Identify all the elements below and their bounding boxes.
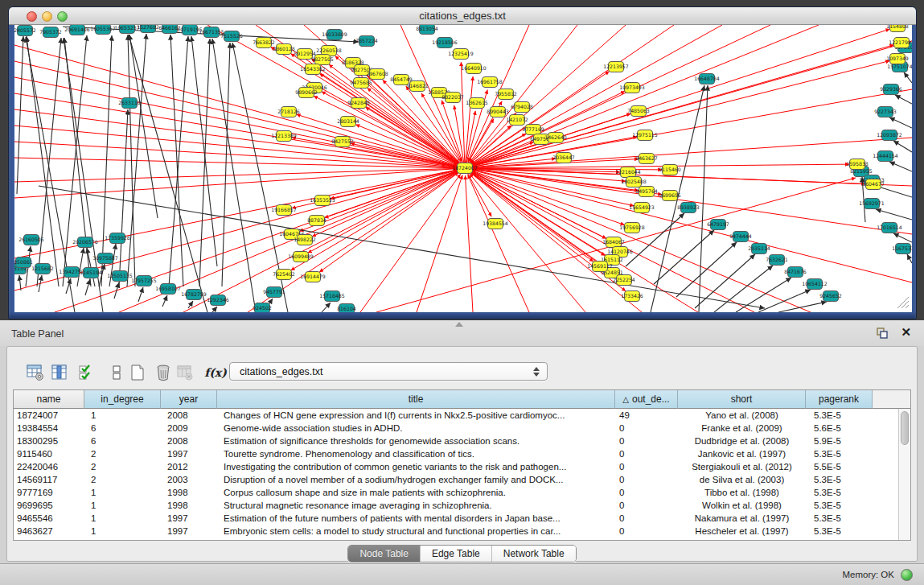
table-cell[interactable]: Tibbo et al. (1998) bbox=[678, 486, 806, 499]
table-cell[interactable]: 5.3E-5 bbox=[806, 512, 873, 525]
table-cell[interactable]: 22420046 bbox=[14, 460, 84, 473]
graph-node-teal[interactable]: 30975887 bbox=[92, 253, 118, 264]
graph-node-teal[interactable]: 12505135 bbox=[107, 271, 133, 282]
graph-node-yellow[interactable]: 9115460 bbox=[659, 165, 681, 175]
graph-node-teal[interactable]: 19218506 bbox=[432, 38, 458, 48]
table-cell[interactable]: Structural magnetic resonance image aver… bbox=[217, 499, 615, 512]
graph-node-yellow[interactable]: 9827505 bbox=[311, 55, 334, 65]
graph-node-yellow[interactable]: 1684067 bbox=[602, 237, 625, 248]
graph-node-teal[interactable]: 7515526 bbox=[220, 31, 243, 42]
graph-node-yellow[interactable]: 16543382 bbox=[300, 64, 326, 75]
table-cell[interactable]: Changes of HCN gene expression and I(f) … bbox=[217, 409, 615, 422]
graph-node-yellow[interactable]: 2718126 bbox=[277, 107, 300, 117]
table-cell[interactable]: 1 bbox=[84, 409, 161, 422]
graph-node-yellow[interactable]: 9463627 bbox=[635, 154, 658, 164]
table-cell[interactable]: 1997 bbox=[161, 447, 217, 460]
table-cell[interactable]: 6 bbox=[84, 422, 161, 435]
table-cell[interactable]: 1 bbox=[84, 525, 161, 538]
graph-node-yellow[interactable]: 1733426 bbox=[621, 291, 643, 302]
network-view-window[interactable]: citations_edges.txt 24055727905372206914… bbox=[8, 6, 917, 319]
graph-node-teal[interactable]: 15692971 bbox=[859, 199, 885, 209]
column-header-title[interactable]: title bbox=[217, 390, 615, 409]
graph-node-yellow[interactable]: 8495764 bbox=[635, 187, 658, 197]
graph-node-teal[interactable]: 6479197 bbox=[707, 220, 729, 230]
close-window-button[interactable] bbox=[27, 11, 37, 22]
graph-node-yellow[interactable]: 16914479 bbox=[300, 272, 326, 282]
graph-node-yellow[interactable]: 1154808 bbox=[886, 25, 909, 32]
graph-node-yellow[interactable]: 9242848 bbox=[347, 98, 370, 109]
table-cell[interactable]: 2 bbox=[84, 473, 161, 486]
table-cell[interactable]: Stergiakouli et al. (2012) bbox=[678, 460, 806, 473]
table-cell[interactable]: 0 bbox=[615, 525, 678, 538]
table-cell[interactable]: Estimation of the future numbers of pati… bbox=[217, 512, 615, 525]
table-cell[interactable]: 0 bbox=[615, 473, 678, 486]
table-cell[interactable]: Yano et al. (2008) bbox=[678, 409, 806, 422]
table-cell[interactable]: 0 bbox=[615, 499, 678, 512]
graph-node-teal[interactable]: 7857224 bbox=[355, 36, 378, 47]
graph-node-yellow[interactable]: 1498222 bbox=[294, 235, 316, 245]
table-cell[interactable]: Tourette syndrome. Phenomenology and cla… bbox=[217, 447, 615, 460]
table-row[interactable]: 946362711997Embryonic stem cells: a mode… bbox=[14, 525, 911, 538]
graph-node-teal[interactable]: 16958107 bbox=[155, 284, 181, 295]
table-cell[interactable]: 5.3E-5 bbox=[806, 409, 873, 422]
table-cell[interactable]: 5.3E-5 bbox=[806, 525, 873, 538]
show-columns-icon[interactable] bbox=[50, 362, 69, 382]
graph-node-yellow[interactable]: 1604677 bbox=[862, 179, 885, 190]
graph-node-yellow[interactable]: 9777169 bbox=[522, 125, 544, 135]
graph-node-yellow[interactable]: 2252254 bbox=[613, 275, 635, 286]
graph-node-yellow[interactable]: 2803144 bbox=[337, 117, 359, 127]
graph-node-yellow[interactable]: 1462640 bbox=[544, 133, 567, 143]
table-cell[interactable]: 2009 bbox=[161, 422, 217, 435]
graph-node-yellow[interactable]: 7663822 bbox=[253, 38, 275, 48]
column-header-name[interactable]: name bbox=[14, 390, 84, 409]
graph-node-yellow[interactable]: 19384554 bbox=[483, 219, 508, 229]
network-canvas[interactable]: 2405572790537220691406160553671065323715… bbox=[14, 25, 912, 312]
table-cell[interactable]: 1997 bbox=[161, 512, 217, 525]
table-row[interactable]: 1872400712008Changes of HCN gene express… bbox=[14, 409, 911, 422]
column-header-year[interactable]: year bbox=[161, 390, 217, 409]
table-cell[interactable]: 2012 bbox=[161, 460, 217, 473]
table-row[interactable]: 2242004622012Investigating the contribut… bbox=[14, 460, 911, 473]
graph-node-teal[interactable]: 816104 bbox=[337, 304, 356, 313]
graph-node-yellow[interactable]: 7955812 bbox=[495, 89, 517, 100]
graph-node-yellow[interactable]: 12975115 bbox=[632, 130, 658, 141]
graph-node-yellow[interactable]: 2967608 bbox=[366, 69, 388, 80]
graph-node-teal[interactable]: 2935114 bbox=[748, 244, 770, 254]
table-row[interactable]: 1456911722003Disruption of a novel membe… bbox=[14, 473, 911, 486]
graph-node-teal[interactable]: 16782759 bbox=[181, 290, 207, 300]
table-cell[interactable]: Disruption of a novel member of a sodium… bbox=[217, 473, 615, 486]
graph-node-teal[interactable]: 1167533 bbox=[892, 244, 912, 254]
graph-node-teal[interactable]: 924502 bbox=[253, 303, 272, 313]
graph-node-teal[interactable]: 17016514 bbox=[877, 223, 902, 233]
close-panel-icon[interactable]: ✕ bbox=[901, 326, 911, 339]
graph-node-yellow[interactable]: 16099489 bbox=[288, 252, 314, 262]
table-cell[interactable]: Jankovic et al. (1997) bbox=[678, 447, 806, 460]
table-cell[interactable]: 2 bbox=[84, 460, 161, 473]
table-cell[interactable]: 18724007 bbox=[14, 409, 84, 422]
table-cell[interactable]: 9465546 bbox=[14, 512, 84, 525]
table-cell[interactable]: 2008 bbox=[161, 435, 217, 447]
graph-node-yellow[interactable]: 9699695 bbox=[659, 191, 681, 201]
table-cell[interactable]: 5.3E-5 bbox=[806, 473, 873, 486]
table-cell[interactable]: Genome-wide association studies in ADHD. bbox=[217, 422, 615, 435]
graph-node-teal[interactable]: 1292346 bbox=[207, 295, 229, 306]
graph-node-yellow[interactable]: 887834 bbox=[307, 216, 326, 226]
table-row[interactable]: 977716911998Corpus callosum shape and si… bbox=[14, 486, 911, 499]
graph-node-yellow[interactable]: 9475685 bbox=[350, 78, 372, 89]
scrollbar-thumb[interactable] bbox=[901, 411, 909, 445]
graph-node-yellow[interactable]: 16961758 bbox=[477, 77, 503, 88]
graph-node-yellow[interactable]: 2036447 bbox=[552, 153, 575, 163]
graph-node-yellow[interactable]: 16640910 bbox=[461, 64, 487, 74]
graph-node-yellow[interactable]: 12216044 bbox=[615, 167, 641, 178]
graph-node-yellow[interactable]: 1595838 bbox=[846, 159, 869, 170]
graph-node-teal[interactable]: 8471676 bbox=[784, 267, 807, 278]
graph-node-teal[interactable]: 9245652 bbox=[819, 291, 842, 302]
unselect-all-columns-icon[interactable] bbox=[107, 362, 126, 382]
table-cell[interactable]: 1998 bbox=[161, 486, 217, 499]
new-column-icon[interactable] bbox=[128, 362, 147, 382]
column-header-pagerank[interactable]: pagerank bbox=[806, 390, 873, 409]
select-all-columns-icon[interactable] bbox=[77, 362, 97, 382]
table-cell[interactable]: Hescheler et al. (1997) bbox=[678, 525, 806, 538]
graph-node-yellow[interactable]: 12325419 bbox=[448, 49, 474, 60]
table-cell[interactable]: 0 bbox=[615, 460, 678, 473]
